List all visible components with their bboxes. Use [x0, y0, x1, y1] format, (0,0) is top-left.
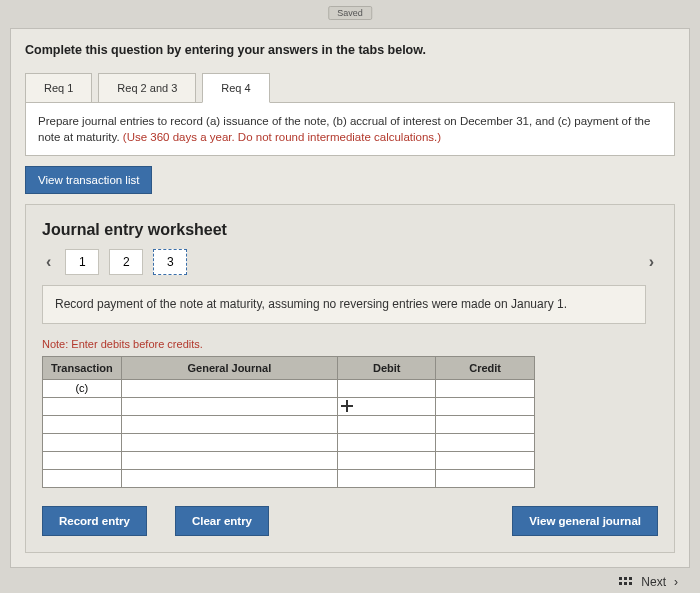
- worksheet-buttons: Record entry Clear entry View general jo…: [42, 506, 658, 536]
- col-debit: Debit: [338, 356, 436, 379]
- journal-worksheet-card: Journal entry worksheet ‹ 1 2 3 › Record…: [25, 204, 675, 553]
- saved-badge: Saved: [328, 6, 372, 20]
- next-button[interactable]: Next ›: [619, 575, 678, 589]
- plus-cursor-icon: [341, 400, 353, 412]
- journal-table: Transaction General Journal Debit Credit…: [42, 356, 535, 488]
- col-general-journal: General Journal: [121, 356, 337, 379]
- instruction-text: Complete this question by entering your …: [25, 43, 675, 57]
- table-row: [43, 415, 535, 433]
- next-label: Next: [641, 575, 666, 589]
- tab-req-2-3[interactable]: Req 2 and 3: [98, 73, 196, 103]
- debits-before-credits-note: Note: Enter debits before credits.: [42, 338, 658, 350]
- cell-credit[interactable]: [436, 379, 534, 397]
- record-entry-button[interactable]: Record entry: [42, 506, 147, 536]
- table-row: [43, 469, 535, 487]
- col-credit: Credit: [436, 356, 534, 379]
- table-row: [43, 451, 535, 469]
- step-3[interactable]: 3: [153, 249, 187, 275]
- entry-prompt: Record payment of the note at maturity, …: [42, 285, 646, 324]
- table-header-row: Transaction General Journal Debit Credit: [43, 356, 535, 379]
- col-transaction: Transaction: [43, 356, 122, 379]
- cell-general[interactable]: [121, 397, 337, 415]
- clear-entry-button[interactable]: Clear entry: [175, 506, 269, 536]
- table-row: (c): [43, 379, 535, 397]
- table-row: [43, 397, 535, 415]
- tab-req-4[interactable]: Req 4: [202, 73, 269, 103]
- step-2[interactable]: 2: [109, 249, 143, 275]
- req-tabs: Req 1 Req 2 and 3 Req 4: [25, 73, 675, 103]
- tab-prompt-hint: (Use 360 days a year. Do not round inter…: [123, 131, 441, 143]
- chevron-right-icon: ›: [674, 575, 678, 589]
- worksheet-title: Journal entry worksheet: [42, 221, 658, 239]
- step-1[interactable]: 1: [65, 249, 99, 275]
- cell-debit[interactable]: [338, 397, 436, 415]
- table-row: [43, 433, 535, 451]
- step-nav: ‹ 1 2 3 ›: [42, 249, 658, 275]
- view-general-journal-button[interactable]: View general journal: [512, 506, 658, 536]
- cell-transaction: (c): [43, 379, 122, 397]
- cell-credit[interactable]: [436, 397, 534, 415]
- cell-debit[interactable]: [338, 379, 436, 397]
- question-card: Complete this question by entering your …: [10, 28, 690, 568]
- tab-prompt-box: Prepare journal entries to record (a) is…: [25, 102, 675, 156]
- cell-general[interactable]: [121, 379, 337, 397]
- view-transaction-list-button[interactable]: View transaction list: [25, 166, 152, 194]
- cell-transaction: [43, 397, 122, 415]
- grid-icon: [619, 577, 633, 587]
- tab-req-1[interactable]: Req 1: [25, 73, 92, 103]
- chevron-right-icon[interactable]: ›: [645, 253, 658, 271]
- chevron-left-icon[interactable]: ‹: [42, 253, 55, 271]
